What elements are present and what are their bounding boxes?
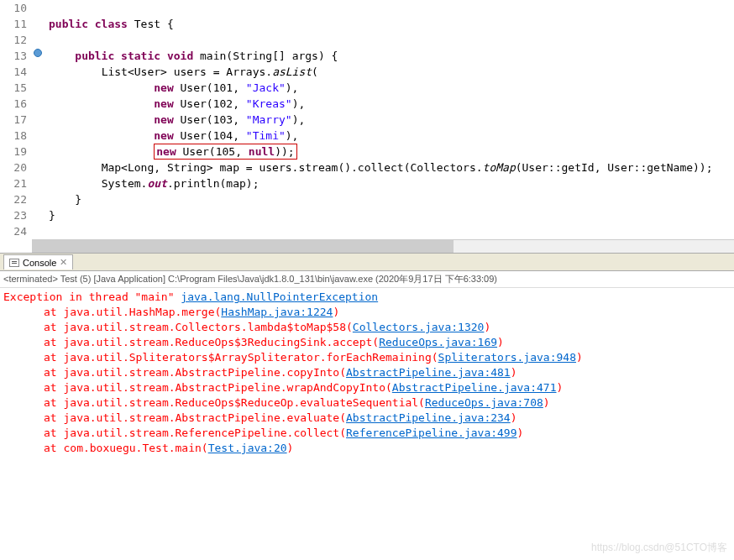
stack-link[interactable]: Collectors.java:1320 bbox=[353, 321, 485, 333]
stack-link[interactable]: ReduceOps.java:708 bbox=[425, 396, 543, 409]
line-number-gutter: 10 11 12 13 14 15 16 17 18 19 20 21 22 2… bbox=[0, 0, 32, 239]
console-tab[interactable]: Console ✕ bbox=[3, 254, 73, 270]
line-number: 11 bbox=[0, 16, 27, 32]
stack-link[interactable]: ReduceOps.java:169 bbox=[379, 336, 497, 348]
line-number: 18 bbox=[0, 128, 27, 144]
line-number: 21 bbox=[0, 175, 27, 191]
line-number: 24 bbox=[0, 223, 27, 239]
line-number: 13 bbox=[0, 48, 27, 64]
line-number: 15 bbox=[0, 80, 27, 96]
console-output[interactable]: Exception in thread "main" java.lang.Nul… bbox=[0, 288, 734, 458]
stack-link[interactable]: AbstractPipeline.java:471 bbox=[392, 381, 557, 394]
horizontal-scrollbar[interactable] bbox=[32, 239, 734, 253]
highlighted-code: new User(105, null)); bbox=[154, 144, 296, 160]
stack-link[interactable]: AbstractPipeline.java:234 bbox=[346, 411, 511, 424]
code-editor[interactable]: 10 11 12 13 14 15 16 17 18 19 20 21 22 2… bbox=[0, 0, 734, 239]
stack-frame: at java.util.stream.ReduceOps$ReduceOp.e… bbox=[3, 395, 731, 411]
console-icon bbox=[9, 259, 19, 267]
line-number: 10 bbox=[0, 0, 27, 16]
close-icon[interactable]: ✕ bbox=[60, 257, 67, 268]
stack-frame: at java.util.stream.Collectors.lambda$to… bbox=[3, 320, 731, 335]
line-number: 12 bbox=[0, 32, 27, 48]
exception-link[interactable]: java.lang.NullPointerException bbox=[181, 290, 378, 303]
line-number: 23 bbox=[0, 207, 27, 223]
stack-frame: at java.util.stream.AbstractPipeline.eva… bbox=[3, 411, 731, 426]
stack-frame: at java.util.stream.AbstractPipeline.wra… bbox=[3, 380, 731, 395]
run-marker-icon[interactable] bbox=[34, 49, 42, 57]
stack-link[interactable]: Test.java:20 bbox=[208, 442, 287, 454]
line-number: 14 bbox=[0, 64, 27, 80]
line-number: 16 bbox=[0, 96, 27, 112]
line-number: 19 bbox=[0, 144, 27, 160]
scrollbar-thumb[interactable] bbox=[32, 240, 454, 253]
annotation-column bbox=[32, 0, 49, 239]
stack-frame: at java.util.HashMap.merge(HashMap.java:… bbox=[3, 305, 731, 320]
stack-link[interactable]: AbstractPipeline.java:481 bbox=[346, 366, 511, 379]
stack-link[interactable]: Spliterators.java:948 bbox=[438, 351, 576, 364]
stack-link[interactable]: ReferencePipeline.java:499 bbox=[346, 427, 517, 439]
console-tab-label: Console bbox=[23, 258, 56, 268]
stack-frame: at java.util.stream.ReferencePipeline.co… bbox=[3, 426, 731, 441]
terminated-info: <terminated> Test (5) [Java Application]… bbox=[0, 271, 734, 288]
line-number: 20 bbox=[0, 160, 27, 175]
stack-frame: at java.util.stream.AbstractPipeline.cop… bbox=[3, 365, 731, 380]
code-area[interactable]: public class Test { public static void m… bbox=[49, 0, 734, 239]
stack-frame: at java.util.stream.ReduceOps$3ReducingS… bbox=[3, 335, 731, 350]
stack-link[interactable]: HashMap.java:1224 bbox=[221, 306, 333, 318]
exception-header: Exception in thread "main" java.lang.Nul… bbox=[3, 290, 731, 305]
console-tabbar: Console ✕ bbox=[0, 253, 734, 271]
stack-frame: at com.boxuegu.Test.main(Test.java:20) bbox=[3, 441, 731, 456]
line-number: 17 bbox=[0, 112, 27, 128]
line-number: 22 bbox=[0, 191, 27, 207]
stack-frame: at java.util.Spliterators$ArraySpliterat… bbox=[3, 350, 731, 365]
